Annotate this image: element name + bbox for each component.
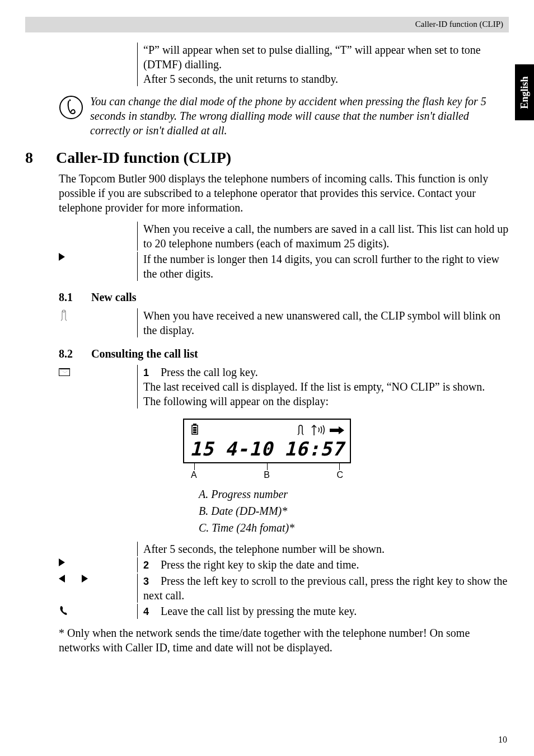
note-text: You can change the dial mode of the phon… <box>90 94 509 138</box>
lcd-display-figure: 15 4-10 16:57 A B C <box>183 419 351 480</box>
lcd-label-row: A B C <box>191 470 343 480</box>
top-info-line2: After 5 seconds, the unit returns to sta… <box>143 72 509 86</box>
clip-signal-icon <box>295 424 307 436</box>
triangle-right-icon-3 <box>82 575 88 583</box>
step1-line: 1 Press the call log key. <box>143 365 509 379</box>
triangle-right-icon-2 <box>59 558 65 566</box>
triangle-right-icon <box>59 253 65 261</box>
lcd-right-icons <box>295 424 344 436</box>
step2-text: Press the right key to skip the date and… <box>161 558 359 571</box>
section-8-title: Caller-ID function (CLIP) <box>56 149 231 167</box>
step1-content: 1 Press the call log key. The last recei… <box>137 365 509 408</box>
section-81-heading: 8.1 New calls <box>59 291 509 304</box>
step3-text: Press the left key to scroll to the prev… <box>143 575 507 602</box>
triangle-left-icon <box>59 575 65 583</box>
language-tab-label: English <box>519 76 531 109</box>
section-82-heading: 8.2 Consulting the call list <box>59 348 509 360</box>
step1-after-a: The last received call is displayed. If … <box>143 379 509 394</box>
step4-num: 4 <box>143 605 158 618</box>
header-section-title: Caller-ID function (CLIP) <box>415 20 503 29</box>
right-key-icon-2 <box>59 557 137 572</box>
after-display-text: After 5 seconds, the telephone number wi… <box>137 542 509 556</box>
svg-point-1 <box>69 100 71 101</box>
row-step2: 2 Press the right key to skip the date a… <box>59 557 509 572</box>
mute-key-icon <box>59 604 137 618</box>
right-key-icon <box>59 252 137 281</box>
envelope-icon <box>59 368 70 376</box>
section-82-num: 8.2 <box>59 348 91 360</box>
note-icon <box>59 95 83 120</box>
tick-c <box>339 463 340 470</box>
row-step1: 1 Press the call log key. The last recei… <box>59 365 509 408</box>
call-log-key-icon <box>59 365 137 408</box>
lcd-progress: 15 <box>190 438 214 460</box>
row-step3: 3 Press the left key to scroll to the pr… <box>59 574 509 603</box>
antenna-icon <box>311 424 326 436</box>
legend-a: A. Progress number <box>199 486 509 503</box>
step4-text: Leave the call list by pressing the mute… <box>161 605 357 617</box>
newcalls-text: When you have received a new unanswered … <box>137 308 509 337</box>
top-info-block: “P” will appear when set to pulse dialli… <box>137 43 509 86</box>
lcd-frame: 15 4-10 16:57 <box>183 419 351 463</box>
label-c: C <box>336 470 343 480</box>
step4-content: 4 Leave the call list by pressing the mu… <box>137 604 509 618</box>
step1-num: 1 <box>143 367 158 379</box>
legend-b: B. Date (DD-MM)* <box>199 503 509 519</box>
row-step4: 4 Leave the call list by pressing the mu… <box>59 604 509 618</box>
row-newcalls: When you have received a new unanswered … <box>59 308 509 337</box>
scroll-info-text: If the number is longer then 14 digits, … <box>137 252 509 281</box>
svg-marker-7 <box>330 426 344 434</box>
lcd-tick-row <box>194 463 340 470</box>
step3-content: 3 Press the left key to scroll to the pr… <box>137 574 509 603</box>
section-81-title: New calls <box>91 291 137 304</box>
step2-content: 2 Press the right key to skip the date a… <box>137 557 509 572</box>
header-bar: Caller-ID function (CLIP) <box>25 17 509 32</box>
label-a: A <box>191 470 197 480</box>
lcd-time: 16:57 <box>284 438 344 460</box>
page: Caller-ID function (CLIP) English “P” wi… <box>0 0 534 756</box>
svg-rect-5 <box>193 429 196 431</box>
label-b: B <box>264 470 270 480</box>
arrow-icon <box>330 426 344 434</box>
language-tab: English <box>515 64 534 120</box>
step2-num: 2 <box>143 559 158 572</box>
row-scroll-info: If the number is longer then 14 digits, … <box>59 252 509 281</box>
svg-rect-6 <box>193 431 196 433</box>
step1-text: Press the call log key. <box>161 366 258 378</box>
step3-num: 3 <box>143 575 158 588</box>
icon-cell-empty <box>59 222 137 251</box>
svg-rect-4 <box>193 427 196 429</box>
clip-symbol-icon <box>59 308 137 337</box>
lcd-data-row: 15 4-10 16:57 <box>190 438 344 460</box>
icon-cell-empty2 <box>59 542 137 556</box>
row-calllist-info: When you receive a call, the numbers are… <box>59 222 509 251</box>
section-81-num: 8.1 <box>59 291 91 304</box>
left-right-key-icon <box>59 574 137 603</box>
top-info-line1: “P” will appear when set to pulse dialli… <box>143 43 509 72</box>
svg-point-0 <box>60 96 82 119</box>
section-8-num: 8 <box>25 149 56 167</box>
display-legend: A. Progress number B. Date (DD-MM)* C. T… <box>199 486 509 536</box>
footnote: * Only when the network sends the time/d… <box>59 626 484 655</box>
tick-b <box>267 463 268 470</box>
section-8-heading: 8 Caller-ID function (CLIP) <box>25 149 509 167</box>
svg-rect-3 <box>193 424 196 425</box>
section-82-title: Consulting the call list <box>91 348 198 360</box>
step1-after-b: The following will appear on the display… <box>143 394 509 408</box>
lcd-date: 4-10 <box>225 438 273 460</box>
tick-a <box>194 463 195 470</box>
section-8-intro: The Topcom Butler 900 displays the telep… <box>59 171 509 215</box>
note-row: You can change the dial mode of the phon… <box>59 94 509 138</box>
page-number: 10 <box>498 735 507 745</box>
lcd-status-row <box>190 423 344 438</box>
battery-icon <box>190 423 200 438</box>
legend-c: C. Time (24h fomat)* <box>199 519 509 536</box>
row-after-display: After 5 seconds, the telephone number wi… <box>59 542 509 556</box>
calllist-info-text: When you receive a call, the numbers are… <box>137 222 509 251</box>
